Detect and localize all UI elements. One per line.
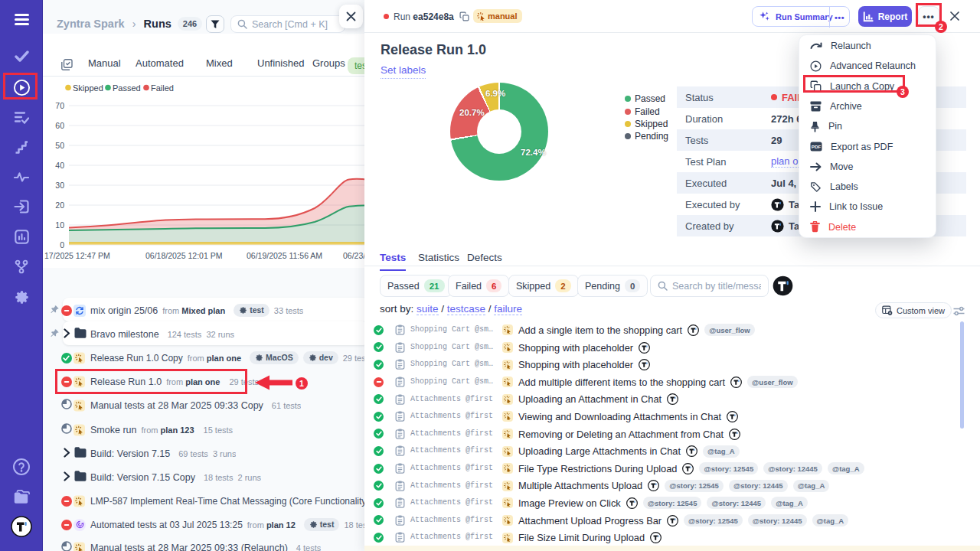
svg-text:06/23/202: 06/23/202 [343,251,364,260]
svg-text:06/18/2025 12:01 PM: 06/18/2025 12:01 PM [145,251,222,260]
svg-text:40: 40 [55,161,64,170]
svg-text:30: 30 [55,181,64,190]
svg-text:Skipped: Skipped [73,83,103,93]
svg-text:Failed: Failed [151,83,174,93]
svg-text:70: 70 [55,101,64,110]
svg-text:0: 0 [60,240,64,249]
svg-text:50: 50 [55,141,64,150]
svg-text:PDF: PDF [812,144,822,149]
svg-text:10: 10 [55,220,64,230]
svg-text:Passed: Passed [113,83,141,93]
svg-text:06/19/2025 11:56 AM: 06/19/2025 11:56 AM [247,251,322,260]
svg-text:17/2025 12:47 PM: 17/2025 12:47 PM [44,251,110,260]
svg-text:60: 60 [55,121,64,130]
svg-text:20: 20 [55,201,64,210]
